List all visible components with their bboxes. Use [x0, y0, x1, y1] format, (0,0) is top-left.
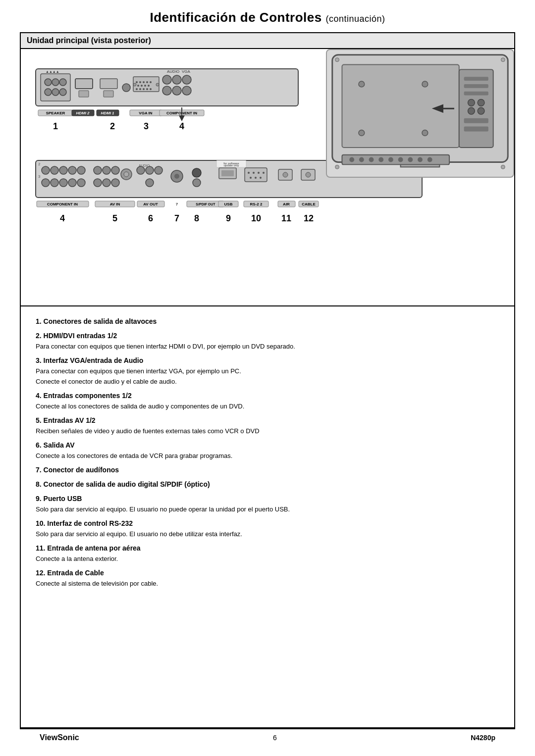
svg-point-26 [418, 157, 423, 162]
svg-rect-33 [41, 74, 70, 101]
desc-body-4: Conecte al los conectores de salida de a… [36, 403, 244, 410]
svg-point-68 [133, 83, 136, 86]
svg-text:AUDIO: AUDIO [167, 69, 179, 74]
desc-body-10: Solo para dar servicio al equipo. El usu… [36, 530, 242, 538]
svg-point-60 [141, 85, 143, 87]
svg-point-64 [139, 88, 141, 90]
svg-point-104 [111, 166, 119, 174]
svg-text:CABLE: CABLE [302, 202, 316, 206]
svg-point-95 [42, 179, 50, 187]
page-container: Identificación de Controles (continuació… [0, 0, 535, 756]
desc-body-3b: Conecte el conector de audio y el cable … [36, 378, 177, 385]
svg-text:S/PDIF OUT: S/PDIF OUT [196, 202, 215, 206]
svg-point-56 [143, 81, 145, 83]
svg-point-134 [248, 172, 250, 174]
svg-point-54 [136, 81, 138, 83]
svg-point-144 [283, 172, 288, 177]
svg-point-39 [59, 89, 66, 96]
desc-text-6: Salida AV [44, 441, 75, 449]
svg-text:3: 3 [38, 174, 41, 179]
desc-num-5: 5 [36, 416, 40, 424]
desc-num-8: 8 [36, 480, 40, 488]
svg-text:11: 11 [281, 213, 291, 223]
title-suffix: continuación [329, 14, 382, 24]
svg-point-102 [94, 166, 102, 174]
desc-text-4: Entradas componentes 1/2 [44, 392, 132, 400]
svg-point-34 [45, 79, 52, 86]
desc-item-12: 12. Entrada de Cable Conecte al sistema … [36, 568, 499, 589]
desc-text-3: Interfaz VGA/entrada de Audio [44, 356, 144, 364]
svg-point-19 [349, 157, 354, 162]
desc-text-5: Entradas AV 1/2 [44, 416, 96, 424]
svg-text:HDMI 2: HDMI 2 [76, 111, 90, 115]
svg-point-112 [137, 166, 145, 174]
desc-body-9: Solo para dar servicio al equipo. El usu… [36, 505, 290, 513]
svg-rect-18 [342, 155, 449, 165]
svg-point-107 [111, 179, 119, 187]
svg-point-148 [306, 172, 311, 177]
description-area: 1. Conectores de salida de altavoces 2. … [21, 306, 514, 727]
svg-point-74 [162, 75, 171, 84]
footer-model: N4280p [471, 734, 495, 742]
svg-text:AV IN: AV IN [110, 202, 120, 206]
desc-text-2: HDMI/DVI entradas 1/2 [44, 332, 117, 340]
desc-body-3: Para conectar con equipos que tienen int… [36, 367, 241, 375]
desc-body-6: Conecte a los conectores de entada de VC… [36, 452, 232, 459]
svg-point-120 [174, 174, 179, 179]
svg-text:COMPONENT IN: COMPONENT IN [47, 202, 78, 206]
desc-item-8: 8. Conector de salida de audio digital S… [36, 479, 499, 490]
svg-point-36 [59, 79, 66, 86]
svg-text:1: 1 [53, 121, 58, 131]
svg-point-79 [182, 86, 191, 95]
footer: ViewSonic 6 N4280p [20, 728, 515, 746]
svg-text:12: 12 [304, 213, 314, 223]
desc-text-11: Entrada de antena por aérea [47, 544, 140, 552]
desc-num-7: 7 [36, 466, 40, 474]
svg-text:RS-2 2: RS-2 2 [250, 202, 263, 206]
svg-point-30 [335, 165, 339, 169]
desc-body-5: Reciben señales de video y audio de fuen… [36, 427, 260, 435]
svg-point-106 [103, 179, 110, 187]
top-connector-diagram: ▲▲▲▲ SPEAKER HDMI 2 [31, 54, 308, 133]
svg-point-136 [258, 172, 260, 174]
svg-point-27 [428, 157, 432, 162]
svg-text:HDMI 1: HDMI 1 [101, 111, 114, 115]
desc-num-6: 6 [36, 441, 40, 449]
svg-point-59 [137, 85, 139, 87]
desc-item-10: 10. Interfaz de control RS-232 Solo para… [36, 518, 499, 539]
svg-text:AV OUT: AV OUT [143, 202, 158, 206]
desc-num-2: 2 [36, 332, 40, 340]
desc-text-9: Puerto USB [44, 495, 82, 503]
svg-text:update only: update only [223, 164, 239, 167]
desc-title-2: 2. HDMI/DVI entradas 1/2 [36, 332, 117, 340]
diagram-top: ▲▲▲▲ SPEAKER HDMI 2 [31, 54, 504, 133]
desc-text-12: Entrada de Cable [47, 569, 104, 577]
svg-text:AIR: AIR [283, 202, 290, 206]
desc-title-10: 10. Interfaz de control RS-232 [36, 519, 133, 527]
svg-point-91 [59, 166, 67, 174]
desc-num-9: 9 [36, 495, 40, 503]
svg-point-23 [388, 157, 393, 162]
svg-text:SPEAKER: SPEAKER [46, 111, 65, 115]
svg-text:9: 9 [226, 213, 231, 223]
svg-point-139 [255, 177, 257, 179]
svg-text:8: 8 [194, 213, 199, 223]
desc-title-3: 3. Interfaz VGA/entrada de Audio [36, 356, 143, 364]
svg-text:VGA: VGA [182, 69, 191, 74]
svg-point-31 [501, 165, 505, 169]
svg-point-22 [378, 157, 383, 162]
desc-body-2: Para conectar con equipos que tienen int… [36, 343, 295, 350]
desc-item-11: 11. Entrada de antena por aérea Conecte … [36, 543, 499, 564]
svg-point-105 [94, 179, 102, 187]
svg-rect-127 [221, 170, 234, 176]
svg-point-35 [52, 79, 59, 86]
desc-title-9: 9. Puerto USB [36, 495, 82, 503]
svg-text:7: 7 [174, 213, 179, 223]
desc-item-5: 5. Entradas AV 1/2 Reciben señales de vi… [36, 415, 499, 436]
svg-point-75 [172, 75, 181, 84]
desc-num-11: 11 [36, 544, 44, 552]
desc-item-3: 3. Interfaz VGA/entrada de Audio Para co… [36, 355, 499, 387]
svg-point-98 [68, 179, 76, 187]
diagram-area: ▲▲▲▲ SPEAKER HDMI 2 [21, 49, 514, 306]
svg-point-66 [146, 88, 148, 90]
